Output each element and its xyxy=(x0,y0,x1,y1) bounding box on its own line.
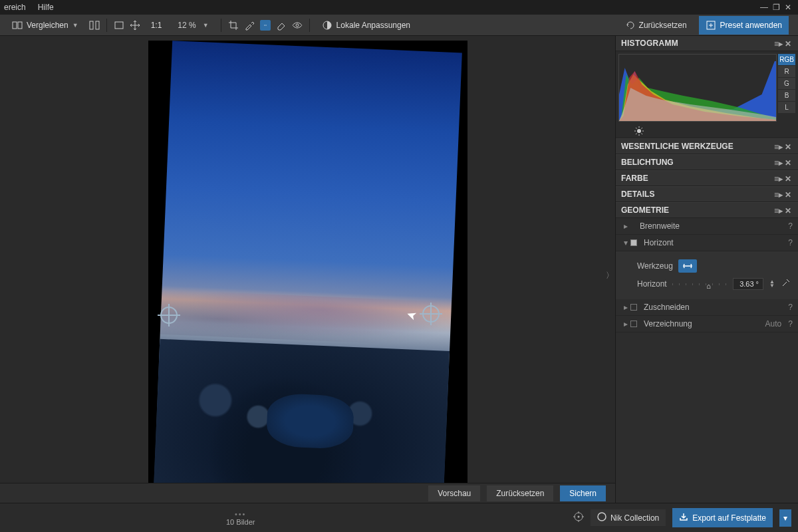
dots-icon: ••• xyxy=(235,510,247,518)
section-essential-tools[interactable]: WESENTLICHE WERKZEUGE ≡▸✕ xyxy=(616,138,798,154)
single-view-icon[interactable] xyxy=(114,20,124,31)
nik-collection-button[interactable]: Nik Collection xyxy=(591,509,666,526)
panel-menu-icon[interactable]: ≡▸ xyxy=(774,39,782,47)
panel-close-icon[interactable]: ✕ xyxy=(785,39,793,47)
value-stepper[interactable]: ▲▼ xyxy=(769,280,775,288)
svg-point-10 xyxy=(577,516,579,518)
window-maximize[interactable]: ❐ xyxy=(770,3,782,12)
help-icon[interactable]: ? xyxy=(788,303,793,312)
help-icon[interactable]: ? xyxy=(788,221,793,231)
caret-right-icon: ▸ xyxy=(621,319,630,329)
werkzeug-label: Werkzeug xyxy=(637,261,673,271)
eye-icon[interactable] xyxy=(292,20,303,31)
adjustments-icon xyxy=(322,20,332,31)
svg-rect-3 xyxy=(96,21,99,29)
section-label: GEOMETRIE xyxy=(621,205,669,215)
horizont-toggle[interactable] xyxy=(630,239,640,247)
target-icon[interactable] xyxy=(573,511,584,524)
panel-close-icon[interactable]: ✕ xyxy=(785,158,793,166)
channel-rgb[interactable]: RGB xyxy=(778,54,795,65)
save-button[interactable]: Sichern xyxy=(560,485,606,501)
horizon-handle-right[interactable] xyxy=(422,305,440,323)
section-exposure[interactable]: BELICHTUNG ≡▸✕ xyxy=(616,154,798,170)
section-label: BELICHTUNG xyxy=(621,158,674,167)
export-icon xyxy=(679,512,688,523)
panel-close-icon[interactable]: ✕ xyxy=(785,142,793,150)
export-label: Export auf Festplatte xyxy=(692,513,766,523)
crop-icon[interactable] xyxy=(228,20,239,31)
geometry-brennweite-row[interactable]: ▸ Brennweite ? xyxy=(616,218,798,235)
histogram-panel: RGB R G B L xyxy=(616,51,798,124)
zuschneiden-label: Zuschneiden xyxy=(644,303,690,312)
horizon-tool-chip[interactable] xyxy=(678,259,697,273)
panel-menu-icon[interactable]: ≡▸ xyxy=(774,158,782,166)
svg-rect-2 xyxy=(90,21,93,29)
channel-r[interactable]: R xyxy=(778,66,795,77)
panel-menu-icon[interactable]: ≡▸ xyxy=(774,190,782,198)
canvas-area[interactable]: ➤ xyxy=(0,36,615,503)
panel-collapse-handle[interactable]: 〉 xyxy=(606,270,614,281)
brennweite-label: Brennweite xyxy=(640,221,680,231)
channel-b[interactable]: B xyxy=(778,90,795,101)
zoom-percent[interactable]: 12 % ▼ xyxy=(172,19,213,32)
reset-label: Zurücksetzen xyxy=(639,21,687,30)
panel-menu-icon[interactable]: ≡▸ xyxy=(774,206,782,214)
channel-l[interactable]: L xyxy=(778,102,795,113)
shadow-clip-icon[interactable] xyxy=(620,126,629,136)
local-adjustments-button[interactable]: Lokale Anpassungen xyxy=(317,18,416,33)
section-geometry[interactable]: GEOMETRIE ≡▸✕ xyxy=(616,202,798,218)
pan-icon[interactable] xyxy=(130,20,140,31)
histogram-header[interactable]: HISTOGRAMM ≡▸ ✕ xyxy=(616,36,798,51)
geometry-verzeichnung-row[interactable]: ▸ Verzeichnung Auto ? xyxy=(616,316,798,332)
preview-button[interactable]: Vorschau xyxy=(428,485,480,501)
slider-thumb-icon[interactable]: ⌂ xyxy=(706,282,711,290)
channel-buttons: RGB R G B L xyxy=(778,54,795,122)
panel-close-icon[interactable]: ✕ xyxy=(785,206,793,214)
reset-button[interactable]: Zurücksetzen xyxy=(619,18,692,33)
eyedropper-icon[interactable] xyxy=(244,20,255,31)
zuschneiden-toggle[interactable] xyxy=(630,303,640,311)
horizon-handle-left[interactable] xyxy=(160,307,178,324)
horizont-slider[interactable]: ⌂ xyxy=(672,280,728,288)
statusbar: ••• 10 Bilder Nik Collection Export auf … xyxy=(0,503,798,532)
magic-wand-icon[interactable] xyxy=(781,279,790,290)
split-view-icon[interactable] xyxy=(89,20,100,31)
export-button[interactable]: Export auf Festplatte xyxy=(672,508,773,527)
histogram-title: HISTOGRAMM xyxy=(621,39,678,48)
apply-preset-label: Preset anwenden xyxy=(720,21,782,30)
compare-button[interactable]: Vergleichen ▼ xyxy=(7,18,84,33)
menu-ereich[interactable]: ereich xyxy=(4,3,26,12)
side-panel: HISTOGRAMM ≡▸ ✕ RGB R G B xyxy=(615,36,798,503)
caret-down-icon: ▾ xyxy=(621,238,630,247)
horizont-value[interactable]: 3.63 ° xyxy=(733,278,763,290)
svg-point-11 xyxy=(598,513,606,521)
section-color[interactable]: FARBE ≡▸✕ xyxy=(616,170,798,186)
histogram-chart[interactable] xyxy=(618,54,777,122)
panel-menu-icon[interactable]: ≡▸ xyxy=(774,142,782,150)
panel-menu-icon[interactable]: ≡▸ xyxy=(774,174,782,182)
apply-preset-button[interactable]: Preset anwenden xyxy=(699,16,789,35)
section-label: DETAILS xyxy=(621,190,654,199)
geometry-zuschneiden-row[interactable]: ▸ Zuschneiden ? xyxy=(616,299,798,316)
image-count: ••• 10 Bilder xyxy=(226,510,255,526)
menu-hilfe[interactable]: Hilfe xyxy=(38,3,54,12)
export-dropdown[interactable]: ▾ xyxy=(779,509,791,527)
channel-g[interactable]: G xyxy=(778,78,795,89)
reset-button[interactable]: Zurücksetzen xyxy=(487,485,553,501)
section-details[interactable]: DETAILS ≡▸✕ xyxy=(616,186,798,202)
eraser-icon[interactable] xyxy=(276,20,287,31)
panel-close-icon[interactable]: ✕ xyxy=(785,190,793,198)
horizon-tool-icon[interactable] xyxy=(260,20,271,31)
undo-icon xyxy=(624,20,635,31)
panel-close-icon[interactable]: ✕ xyxy=(785,174,793,182)
caret-right-icon: ▸ xyxy=(621,221,630,231)
window-close[interactable]: ✕ xyxy=(782,3,794,12)
svg-rect-0 xyxy=(13,22,17,29)
zoom-fit-button[interactable]: 1:1 xyxy=(146,19,168,32)
window-minimize[interactable]: — xyxy=(758,3,770,12)
geometry-horizont-row[interactable]: ▾ Horizont ? xyxy=(616,235,798,251)
verzeichnung-toggle[interactable] xyxy=(630,320,640,328)
help-icon[interactable]: ? xyxy=(788,319,793,329)
highlight-clip-icon[interactable] xyxy=(634,126,644,136)
help-icon[interactable]: ? xyxy=(788,238,793,247)
